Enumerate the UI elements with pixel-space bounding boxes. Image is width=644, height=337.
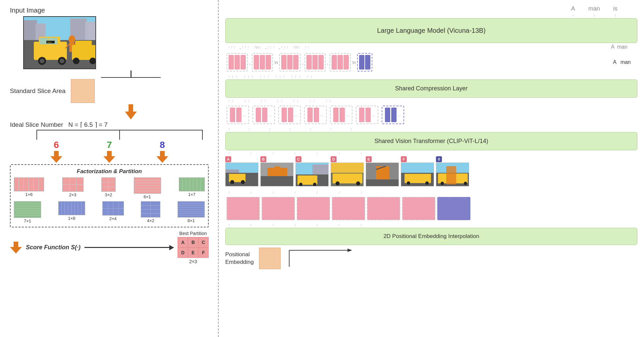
branch-numbers: 6 7 8 bbox=[10, 140, 209, 150]
output-tokens-row: A ↑ man ↑ is ↑ bbox=[225, 3, 637, 18]
grid-label-4: 1×7 bbox=[188, 192, 195, 197]
arrow2 bbox=[53, 104, 209, 120]
factorization-title: Factorization & Partition bbox=[14, 168, 205, 175]
grid-label-6: 1×8 bbox=[68, 216, 75, 221]
vit-label: Shared Vision Transformer (CLIP-ViT-L/14… bbox=[374, 138, 488, 145]
grid-label-2: 3×2 bbox=[105, 192, 112, 197]
feature-map-f bbox=[402, 197, 435, 220]
svg-point-20 bbox=[73, 58, 80, 64]
svg-point-14 bbox=[69, 35, 75, 43]
branch-6: 6 bbox=[54, 140, 59, 150]
standard-slice-row: Standard Slice Area bbox=[10, 79, 209, 103]
feature-up-arrows: ↑ ↑ ↑ ↑ ↑ ↑ ↑ bbox=[225, 189, 637, 195]
compressed-tokens-row: ... ... ... ... bbox=[225, 104, 637, 126]
svg-point-38 bbox=[299, 183, 302, 186]
pos-embed-label-line1: Positional bbox=[225, 251, 250, 258]
svg-point-53 bbox=[425, 181, 429, 185]
feature-map-d bbox=[332, 197, 365, 220]
photo-svg: TAXI bbox=[24, 17, 96, 69]
comp-up-arrows: ↑↑↑ ↑↑↑ ↑↑↑ ↑↑↑ ↑↑↑ ↑↑ bbox=[225, 73, 637, 79]
feature-map-e bbox=[367, 197, 400, 220]
pos-embed-arrow bbox=[286, 247, 352, 270]
best-partition: Best Partition A B C D E F 2×3 bbox=[178, 231, 209, 264]
feature-map-0 bbox=[437, 197, 470, 220]
pos-embed-box: 2D Positional Embedding Interpolation bbox=[225, 228, 637, 245]
right-arrow bbox=[84, 247, 174, 248]
svg-point-32 bbox=[272, 166, 282, 176]
vit-up-arrows: ↑↑ ↑↑ ↑↑ ↑↑ ↑↑ ↑↑ ↑↑ bbox=[225, 98, 637, 104]
standard-slice-label: Standard Slice Area bbox=[10, 87, 66, 95]
cell-F: F bbox=[198, 248, 208, 258]
output-token-is: is bbox=[613, 5, 617, 12]
svg-rect-35 bbox=[312, 165, 329, 174]
cell-C: C bbox=[198, 237, 208, 247]
grid-row-1: 1×6 2×3 3×2 bbox=[14, 177, 205, 199]
token-sequence-row: , \n , , bbox=[225, 51, 637, 73]
svg-point-39 bbox=[313, 183, 316, 186]
svg-point-43 bbox=[336, 181, 340, 185]
input-image-label: Input Image bbox=[10, 7, 209, 14]
svg-point-29 bbox=[241, 180, 245, 184]
feature-maps-row bbox=[225, 195, 637, 222]
pos-embed-label-line2: Embedding bbox=[225, 259, 254, 265]
grid-label-5: 7×1 bbox=[24, 218, 31, 223]
pos-embed-square bbox=[259, 248, 281, 269]
grid-label-1: 2×3 bbox=[69, 192, 76, 197]
output-token-man: man bbox=[588, 5, 600, 12]
svg-rect-49 bbox=[401, 163, 434, 173]
cell-E: E bbox=[188, 248, 198, 258]
svg-rect-1 bbox=[24, 20, 37, 40]
grid-row-2: 7×1 1×8 bbox=[14, 201, 205, 223]
ideal-slice-label: Ideal Slice Number N = ⌈ 6.5 ⌉ = 7 bbox=[10, 121, 209, 128]
slice-area-square bbox=[71, 79, 95, 103]
three-arrows bbox=[10, 151, 209, 163]
pos-up-arrows: ↑ ↑ ↑ ↑ ↑ ↑ ↑ bbox=[225, 222, 637, 228]
score-section: Score Function S(·) Best Partition A B C… bbox=[10, 231, 209, 264]
grid-label-9: 8×1 bbox=[188, 218, 195, 223]
svg-point-52 bbox=[407, 181, 410, 185]
vit-box: Shared Vision Transformer (CLIP-ViT-L/14… bbox=[225, 132, 637, 150]
input-photo: TAXI bbox=[23, 16, 96, 69]
svg-rect-40 bbox=[331, 163, 364, 173]
svg-point-59 bbox=[464, 182, 467, 185]
score-function-label: Score Function S(·) bbox=[26, 244, 80, 251]
branch-7: 7 bbox=[107, 140, 112, 150]
pos-embed-2d-label: 2D Positional Embedding Interpolation bbox=[383, 233, 479, 240]
llm-label: Large Language Model (Vicuna-13B) bbox=[377, 27, 486, 34]
grid-label-3: 6×1 bbox=[143, 194, 151, 199]
svg-point-28 bbox=[230, 180, 234, 184]
patches-up-arrows: ↑ ↑ ↑ ↑ ↑ ↑ ↑ bbox=[225, 126, 637, 132]
right-panel: A ↑ man ↑ is ↑ Large Language Model (Vic… bbox=[219, 0, 644, 337]
branches-line bbox=[10, 130, 209, 140]
feature-map-a bbox=[227, 197, 260, 220]
svg-text:TAXI: TAXI bbox=[47, 41, 51, 43]
svg-point-11 bbox=[40, 59, 44, 63]
cell-B: B bbox=[188, 237, 198, 247]
svg-point-44 bbox=[356, 181, 360, 185]
feature-map-c bbox=[297, 197, 330, 220]
svg-rect-4 bbox=[85, 22, 96, 40]
grid-label-7: 2×4 bbox=[109, 216, 117, 221]
svg-rect-48 bbox=[366, 179, 399, 186]
cell-A: A bbox=[178, 237, 188, 247]
feature-map-b bbox=[262, 197, 295, 220]
patches-row: A B bbox=[225, 156, 637, 189]
bottom-row: Positional Embedding bbox=[225, 245, 637, 270]
main-container: Input Image bbox=[0, 0, 644, 337]
svg-rect-19 bbox=[75, 41, 92, 49]
factorization-box: Factorization & Partition 1×6 bbox=[10, 164, 209, 227]
output-token-a: A bbox=[571, 5, 575, 12]
cell-D: D bbox=[178, 248, 188, 258]
img-up-arrows: ↑ ↑ ↑ ↑ ↑ ↑ ↑ bbox=[225, 150, 637, 156]
svg-rect-57 bbox=[446, 166, 456, 184]
branch-8: 8 bbox=[160, 140, 165, 150]
arrow1 bbox=[53, 71, 209, 78]
svg-marker-62 bbox=[348, 249, 352, 252]
compression-label: Shared Compression Layer bbox=[395, 85, 467, 92]
grid-label-0: 1×6 bbox=[25, 192, 32, 197]
best-partition-label: Best Partition bbox=[179, 231, 207, 236]
llm-up-arrows: ↑ ↑ ↑ , ↑ ↑ ↑ ↑\n↑ , ↑ ↑ ↑ , ↑ ↑ ↑ ↑\n↑ … bbox=[225, 43, 637, 51]
left-panel: Input Image bbox=[0, 0, 219, 337]
partition-grid: A B C D E F bbox=[178, 237, 209, 258]
svg-point-21 bbox=[89, 58, 96, 64]
